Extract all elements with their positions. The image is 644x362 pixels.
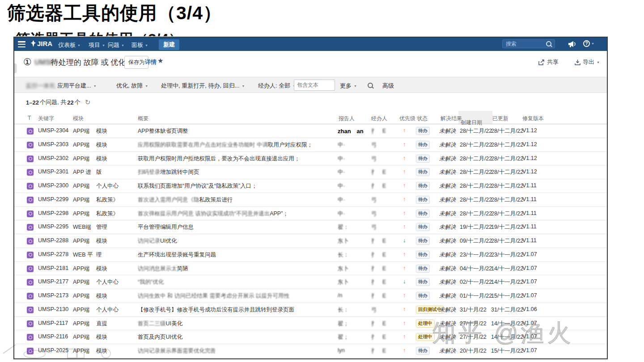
- refresh-icon[interactable]: ↻: [85, 98, 91, 106]
- issue-summary-link[interactable]: 平台管理编辑用户信息: [138, 224, 194, 230]
- issue-key-link[interactable]: UMSP-2116: [38, 333, 68, 340]
- share-button[interactable]: 共享: [538, 58, 559, 66]
- issue-summary-blurred-part: 访问记录: [138, 238, 160, 244]
- issue-key-link[interactable]: UMSP-2173: [38, 292, 68, 299]
- issue-assignee: 扌 E: [371, 168, 386, 176]
- col-assignee[interactable]: 经办人: [371, 115, 387, 122]
- col-summary[interactable]: 概要: [138, 115, 148, 122]
- issue-row: UMSP-2299 APP端 私政策》 首次进入需用户同意《隐私政策后进行 中·…: [14, 193, 607, 207]
- issue-key-link[interactable]: UMSP-2299: [38, 196, 68, 202]
- col-priority[interactable]: 优先级: [399, 115, 415, 122]
- jira-window: JIRA 仪表板▼ 项目▼ 问题▼ 面板▼ 新建 搜索 ? ▼ ① UMSP 待…: [13, 37, 608, 359]
- issue-key-link[interactable]: UMSP-2177: [38, 278, 68, 285]
- issue-type-icon[interactable]: [27, 156, 34, 162]
- filter-search-icon[interactable]: [368, 83, 373, 88]
- issue-module: 理: [96, 251, 102, 259]
- issue-type-icon[interactable]: [27, 128, 34, 135]
- issue-summary-link[interactable]: APP整体缺省页调整: [138, 128, 188, 134]
- assignee-filter-dropdown[interactable]: 经办人: 全部▼: [258, 82, 296, 90]
- nav-projects[interactable]: 项目▼: [89, 41, 105, 49]
- issue-type-icon[interactable]: [27, 169, 34, 176]
- type-filter-dropdown[interactable]: 优化, 故障▼: [116, 82, 148, 90]
- issue-type-icon[interactable]: [27, 307, 34, 313]
- jira-logo[interactable]: JIRA: [30, 40, 52, 47]
- issue-type-icon[interactable]: [27, 279, 34, 286]
- status-badge: 待办: [416, 141, 430, 149]
- issue-summary-link[interactable]: 【修改手机号】修改手机号成功后没有提示并且跳转到登录页面: [138, 307, 294, 313]
- advanced-search-link[interactable]: 高级: [382, 82, 394, 90]
- issue-type-icon[interactable]: [27, 252, 34, 258]
- issue-resolution: 未解决: [439, 210, 456, 218]
- issue-type-icon[interactable]: [27, 224, 34, 231]
- status-filter-dropdown[interactable]: 处理中, 重新打开, 待办, 回归...▼: [161, 82, 245, 90]
- issue-summary-link[interactable]: APP”；: [270, 210, 288, 217]
- issue-key-link[interactable]: UMSP-2181: [38, 265, 68, 271]
- create-button[interactable]: 新建: [159, 39, 179, 50]
- col-status[interactable]: 状态: [417, 115, 428, 122]
- col-resolution[interactable]: 解决结果: [441, 115, 462, 122]
- issue-key-link[interactable]: UMSP-2302: [38, 155, 68, 161]
- issue-key-link[interactable]: UMSP-2298: [38, 210, 68, 216]
- issue-summary-link[interactable]: 私政策后进行: [199, 197, 233, 203]
- issue-key-link[interactable]: UMSP-2300: [38, 182, 68, 189]
- issue-key-link[interactable]: UMSP-2303: [38, 141, 68, 147]
- issue-summary-link[interactable]: 生产环境出现登录账号重复问题: [138, 252, 216, 258]
- issue-type-icon[interactable]: [27, 238, 34, 244]
- search-input[interactable]: 搜索: [502, 39, 555, 48]
- status-cell: 待办: [416, 237, 430, 245]
- col-fix-version[interactable]: 修复版本: [522, 115, 544, 122]
- sidebar-collapse-handle[interactable]: [14, 63, 17, 73]
- issue-updated-date: 28/十二月/22: [491, 182, 523, 190]
- issue-resolution: 未解决: [439, 265, 456, 273]
- issue-summary-link[interactable]: 首页及内页UI优化: [138, 334, 182, 340]
- help-menu[interactable]: ? ▼: [583, 40, 594, 47]
- nav-boards[interactable]: 面板▼: [131, 41, 148, 49]
- project-filter-dropdown[interactable]: 监控一体化 应用平台建... ▼: [26, 82, 97, 90]
- issue-updated-date: 28/十二月/22: [491, 155, 523, 163]
- priority-arrow-icon: ↑: [400, 306, 409, 312]
- col-updated[interactable]: 已更新: [492, 115, 508, 122]
- issue-type-icon[interactable]: [27, 320, 34, 327]
- issue-key-link[interactable]: UMSP-2288: [38, 237, 68, 244]
- hamburger-menu-icon[interactable]: [18, 41, 25, 47]
- issue-summary-link[interactable]: 取用户对应权限；: [268, 142, 313, 148]
- issue-summary-link[interactable]: 简陋: [177, 265, 188, 272]
- issue-summary-link[interactable]: UI优化: [160, 238, 177, 244]
- favorite-star-icon[interactable]: ★: [157, 57, 163, 65]
- issue-summary-link[interactable]: UI美化: [166, 320, 183, 327]
- export-button[interactable]: 导出 ▼: [575, 58, 600, 66]
- issue-module-prefix: APP端: [73, 292, 90, 300]
- chevron-down-icon: ▼: [597, 61, 600, 64]
- issue-summary-link[interactable]: 增加跳转中间页: [160, 169, 199, 175]
- issue-type-icon[interactable]: [27, 265, 34, 272]
- feedback-megaphone-icon[interactable]: [568, 41, 576, 49]
- contains-text-input[interactable]: 包含文本: [294, 80, 335, 91]
- issue-type-icon[interactable]: [27, 142, 34, 148]
- issue-reporter: 中·: [338, 182, 345, 190]
- issue-type-icon[interactable]: [27, 293, 34, 299]
- priority-arrow-icon: ↑: [400, 223, 409, 230]
- issue-summary-link[interactable]: 联系我们页面增加“用户协议”及“隐私政策”入口；: [138, 183, 257, 189]
- issue-summary-link[interactable]: 获取用户权限时用户拒绝权限后，要改为不会出现直接退出应用；: [138, 156, 300, 162]
- issue-key-link[interactable]: UMSP-2295: [38, 223, 68, 230]
- issue-key-link[interactable]: UMSP-2278: [38, 251, 68, 257]
- priority-arrow-icon: ↑: [400, 141, 409, 147]
- details-link[interactable]: 详情: [145, 58, 157, 66]
- col-reporter[interactable]: 报告人: [339, 115, 355, 122]
- issue-key-link[interactable]: UMSP-2301: [38, 168, 68, 175]
- issue-type-icon[interactable]: [27, 334, 34, 341]
- issue-module-prefix: APP端: [73, 320, 90, 328]
- issue-key-link[interactable]: UMSP-2130: [38, 306, 68, 312]
- col-key[interactable]: 关键字: [38, 115, 54, 122]
- col-type[interactable]: T: [28, 115, 31, 121]
- nav-issues[interactable]: 问题▼: [108, 41, 124, 49]
- more-filters-dropdown[interactable]: 更多▼: [340, 82, 357, 90]
- issue-type-icon[interactable]: [27, 183, 34, 189]
- issue-key-link[interactable]: UMSP-2117: [38, 320, 68, 326]
- col-module[interactable]: 模块: [73, 115, 84, 122]
- nav-dashboards[interactable]: 仪表板▼: [58, 41, 80, 49]
- issue-key-link[interactable]: UMSP-2304: [38, 127, 68, 134]
- issue-module-prefix: APP端: [73, 333, 90, 341]
- issue-type-icon[interactable]: [27, 197, 34, 203]
- issue-type-icon[interactable]: [27, 210, 34, 217]
